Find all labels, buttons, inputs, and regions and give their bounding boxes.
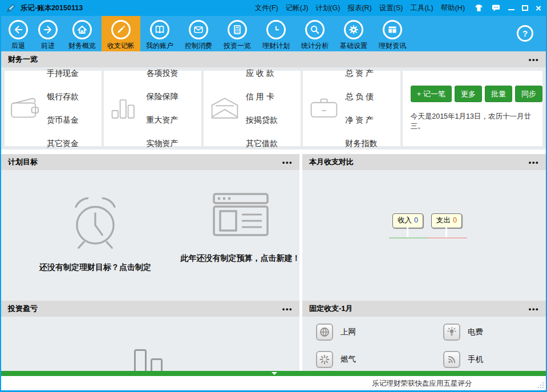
main-toolbar: 后退 前进 财务概览 收支记帐 我的账户: [1, 16, 546, 51]
income-stem: [407, 227, 408, 237]
fixed-item-label: 上网: [341, 327, 356, 337]
panel-title: 计划目标: [8, 157, 38, 167]
panel-menu-dots[interactable]: •••: [282, 159, 293, 166]
panel-menu-dots[interactable]: •••: [529, 159, 539, 166]
wallet-icon: [5, 95, 47, 122]
record-entry-button[interactable]: + 记一笔: [411, 86, 452, 102]
panel-menu-dots[interactable]: •••: [282, 305, 293, 313]
batch-button[interactable]: 批量: [485, 86, 512, 102]
more-button[interactable]: 更多: [455, 86, 482, 102]
close-button[interactable]: ×: [536, 3, 541, 13]
fixed-item-electricity[interactable]: 电费: [443, 324, 483, 341]
toolbar-item-finance-overview[interactable]: 财务概览: [63, 16, 102, 51]
link-total-debts[interactable]: 总 负 债: [345, 92, 377, 102]
link-mortgage[interactable]: 按揭贷款: [246, 115, 278, 126]
help-button[interactable]: ?: [517, 25, 533, 42]
toolbar-item-investments[interactable]: 投资一览: [218, 16, 257, 51]
link-insurance[interactable]: 保险保障: [146, 92, 178, 102]
globe-icon: [316, 324, 333, 341]
menu-help[interactable]: 帮助(H): [441, 3, 465, 13]
resize-grip[interactable]: [537, 381, 544, 389]
menu-plan[interactable]: 计划(G): [315, 3, 340, 13]
income-baseline: [389, 237, 428, 239]
collapse-splitter-bar[interactable]: [1, 371, 546, 376]
card-cash-accounts[interactable]: 手持现金 银行存款 货币基金 其它资金: [5, 71, 102, 146]
expense-label: 支出: [436, 216, 451, 224]
menu-report[interactable]: 报表(R): [347, 3, 371, 13]
create-goal-area[interactable]: 还没有制定理财目标？点击制定: [30, 192, 161, 273]
link-receivables[interactable]: 应 收 款: [246, 68, 278, 79]
phone-rss-icon: [443, 351, 460, 368]
expense-baseline: [428, 237, 467, 239]
panel-header: 固定收支-1月 •••: [302, 301, 546, 317]
panel-month-compare: 本月收支对比 ••• 收入0 支出0: [302, 154, 546, 301]
toolbar-item-financial-plan[interactable]: 理财计划: [257, 16, 295, 51]
income-value: 0: [414, 216, 418, 224]
clock-icon: [266, 20, 286, 39]
card-investments[interactable]: 各项投资 保险保障 重大资产 实物资产: [104, 71, 201, 146]
calculator-icon: [228, 20, 247, 39]
panel-header: 投资盈亏 •••: [1, 301, 299, 317]
create-budget-area[interactable]: 此年还没有制定预算，点击新建！: [173, 192, 299, 264]
card-liabilities[interactable]: 应 收 款 信 用 卡 按揭贷款 其它借款: [204, 71, 301, 146]
gas-spark-icon: [316, 351, 333, 368]
create-budget-text[interactable]: 此年还没有制定预算，点击新建！: [173, 253, 299, 264]
link-investments[interactable]: 各项投资: [146, 68, 178, 79]
link-other-loans[interactable]: 其它借款: [246, 139, 278, 149]
briefcase-icon: [303, 95, 345, 122]
expense-value: 0: [453, 216, 457, 224]
chart-bar: [151, 358, 163, 371]
minimize-button[interactable]: [508, 9, 514, 10]
arrow-right-icon: [38, 20, 58, 39]
menu-record[interactable]: 记帐(J): [286, 3, 309, 13]
sync-button[interactable]: 同步: [515, 86, 542, 102]
card-totals[interactable]: 总 资 产 总 负 债 净 资 产 财务指数: [303, 71, 400, 146]
feedback-bubble-icon[interactable]: [491, 4, 501, 12]
panel-title: 财务一览: [8, 54, 38, 64]
month-compare-chart: 收入0 支出0: [302, 170, 546, 301]
toolbar-item-back[interactable]: 后退: [3, 16, 33, 51]
fixed-item-label: 手机: [468, 354, 483, 365]
menu-tools[interactable]: 工具(L): [410, 3, 433, 13]
link-money-fund[interactable]: 货币基金: [47, 115, 79, 126]
link-other-funds[interactable]: 其它资金: [47, 139, 79, 149]
card-quick-actions: + 记一笔 更多 批量 同步 今天是2015年1月13日，农历十一月廿三。: [403, 71, 542, 146]
finance-cards: 手持现金 银行存款 货币基金 其它资金: [1, 67, 546, 149]
link-total-assets[interactable]: 总 资 产: [345, 68, 377, 79]
panel-menu-dots[interactable]: •••: [529, 56, 539, 63]
panel-title: 投资盈亏: [8, 304, 38, 314]
panel-menu-dots[interactable]: •••: [529, 305, 539, 313]
menu-settings[interactable]: 设置(S): [379, 3, 403, 13]
link-major-assets[interactable]: 重大资产: [146, 115, 178, 126]
today-date-text: 今天是2015年1月13日，农历十一月廿三。: [411, 112, 542, 131]
toolbar-item-forward[interactable]: 前进: [33, 16, 63, 51]
investment-chart: [1, 317, 299, 371]
toolbar-item-record-income-expense[interactable]: 收支记帐: [102, 16, 140, 51]
create-goal-text[interactable]: 还没有制定理财目标？点击制定: [30, 262, 161, 273]
link-cash[interactable]: 手持现金: [47, 68, 79, 79]
maximize-button[interactable]: [522, 5, 528, 11]
bar-chart-icon: [104, 95, 146, 122]
toolbar-item-my-accounts[interactable]: 我的账户: [140, 16, 179, 51]
statusbar: 乐记理财荣获快盘应用五星评分: [1, 376, 546, 390]
skin-shirt-icon[interactable]: [474, 4, 484, 12]
link-physical-assets[interactable]: 实物资产: [146, 139, 178, 149]
link-finance-index[interactable]: 财务指数: [345, 139, 377, 149]
link-bank-deposit[interactable]: 银行存款: [47, 92, 79, 102]
fixed-item-gas[interactable]: 燃气: [316, 351, 356, 368]
menubar: 文件(F) 记帐(J) 计划(G) 报表(R) 设置(S) 工具(L) 帮助(H…: [255, 3, 465, 13]
budget-form-icon: [212, 192, 269, 237]
menu-file[interactable]: 文件(F): [255, 3, 278, 13]
expense-stem: [445, 227, 447, 237]
news-grid-icon: [383, 20, 402, 39]
panel-header: 计划目标 •••: [1, 154, 299, 170]
link-net-assets[interactable]: 净 资 产: [345, 115, 377, 126]
link-credit-card[interactable]: 信 用 卡: [246, 92, 278, 102]
toolbar-item-financial-news[interactable]: 理财资讯: [373, 16, 412, 51]
fixed-item-mobile[interactable]: 手机: [443, 351, 483, 368]
panel-investment-pl: 投资盈亏 •••: [1, 301, 299, 371]
toolbar-item-statistics[interactable]: 统计分析: [295, 16, 334, 51]
fixed-item-internet[interactable]: 上网: [316, 324, 356, 341]
toolbar-item-spending-control[interactable]: 控制消费: [179, 16, 218, 51]
toolbar-item-base-settings[interactable]: 基础设置: [334, 16, 373, 51]
